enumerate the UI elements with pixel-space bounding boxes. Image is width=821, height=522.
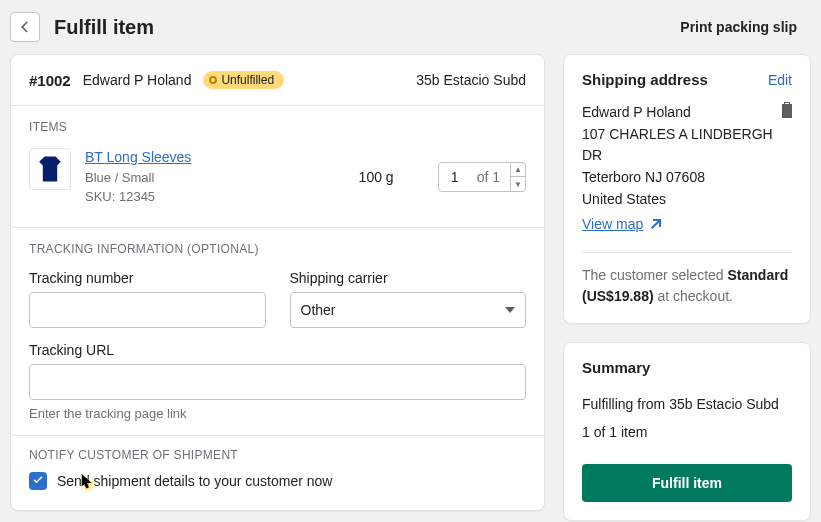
address-name: Edward P Holand (582, 102, 792, 124)
summary-card: Summary Fulfilling from 35b Estacio Subd… (563, 342, 811, 521)
product-sku: SKU: 12345 (85, 189, 155, 204)
shipping-address-card: Shipping address Edit Edward P Holand 10… (563, 54, 811, 324)
address-country: United States (582, 189, 792, 211)
order-location: 35b Estacio Subd (416, 72, 526, 88)
order-number: #1002 (29, 72, 71, 89)
summary-heading: Summary (582, 359, 650, 376)
summary-line-count: 1 of 1 item (582, 418, 792, 446)
shipping-carrier-select[interactable]: Other (290, 292, 527, 328)
quantity-of: of 1 (477, 169, 510, 185)
print-packing-slip-link[interactable]: Print packing slip (680, 19, 797, 35)
fulfill-card: #1002 Edward P Holand Unfulfilled 35b Es… (10, 54, 545, 511)
fulfill-item-button[interactable]: Fulfill item (582, 464, 792, 502)
quantity-down-button[interactable]: ▼ (511, 177, 525, 191)
shipping-method-note: The customer selected Standard (US$19.88… (564, 265, 810, 323)
notify-section-label: NOTIFY CUSTOMER OF SHIPMENT (29, 448, 526, 462)
view-map-link[interactable]: View map (582, 214, 661, 236)
quantity-stepper[interactable]: 1 of 1 ▲ ▼ (438, 162, 526, 192)
quantity-value: 1 (451, 169, 477, 185)
items-section-label: ITEMS (29, 120, 526, 134)
status-text: Unfulfilled (221, 73, 274, 87)
edit-address-link[interactable]: Edit (768, 72, 792, 88)
tracking-section-label: TRACKING INFORMATION (OPTIONAL) (29, 242, 526, 256)
address-line1: 107 CHARLES A LINDBERGH DR (582, 124, 792, 167)
shipping-carrier-label: Shipping carrier (290, 270, 527, 286)
clipboard-icon[interactable] (780, 102, 794, 125)
product-thumbnail (29, 148, 71, 190)
product-variant: Blue / Small (85, 170, 154, 185)
summary-line-location: Fulfilling from 35b Estacio Subd (582, 390, 792, 418)
tracking-number-input[interactable] (29, 292, 266, 328)
line-item-row: BT Long Sleeves Blue / Small SKU: 12345 … (29, 144, 526, 223)
check-icon (32, 475, 44, 487)
product-weight: 100 g (359, 169, 394, 185)
status-badge: Unfulfilled (203, 71, 284, 89)
status-dot-icon (209, 76, 217, 84)
back-button[interactable] (10, 12, 40, 42)
sweater-icon (32, 151, 68, 187)
tracking-number-label: Tracking number (29, 270, 266, 286)
address-line2: Teterboro NJ 07608 (582, 167, 792, 189)
shipping-address-heading: Shipping address (582, 71, 708, 88)
cursor-icon (81, 474, 95, 492)
product-link[interactable]: BT Long Sleeves (85, 149, 191, 165)
notify-checkbox[interactable] (29, 472, 47, 490)
page-title: Fulfill item (54, 16, 680, 39)
order-customer: Edward P Holand (83, 72, 192, 88)
caret-down-icon (505, 307, 515, 313)
tracking-url-label: Tracking URL (29, 342, 526, 358)
tracking-url-hint: Enter the tracking page link (29, 406, 526, 421)
shipping-carrier-value: Other (301, 302, 336, 318)
tracking-url-input[interactable] (29, 364, 526, 400)
quantity-up-button[interactable]: ▲ (511, 163, 525, 177)
arrow-left-icon (17, 19, 33, 35)
notify-checkbox-label: Send shipment details to your customer n… (57, 473, 332, 489)
external-link-icon (649, 219, 661, 231)
